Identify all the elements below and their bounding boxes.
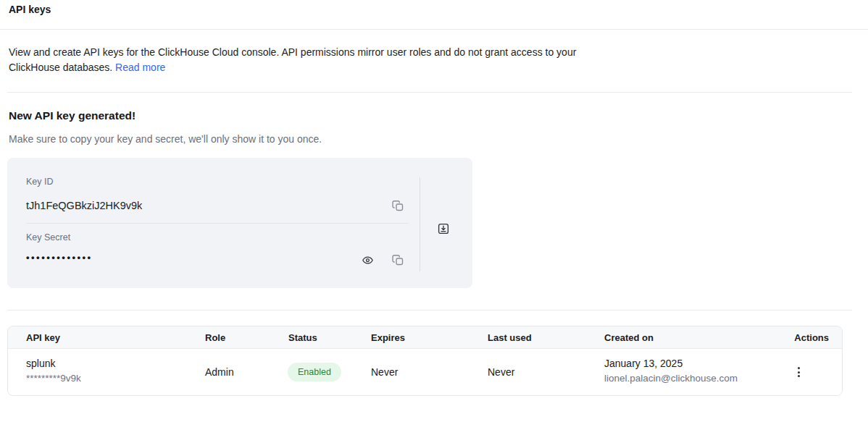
column-header-expires: Expires <box>371 332 405 343</box>
column-header-created-on: Created on <box>604 332 654 343</box>
copy-icon <box>392 200 404 212</box>
download-icon <box>437 222 450 235</box>
download-key-button[interactable] <box>435 221 451 237</box>
generated-key-panel: Key ID tJh1FeQGBkziJ2HK9v9k Key Secret •… <box>7 158 472 288</box>
eye-icon <box>362 254 374 266</box>
api-key-role: Admin <box>205 366 234 378</box>
api-key-created-by: lionel.palacin@clickhouse.com <box>604 373 738 384</box>
column-header-last-used: Last used <box>488 332 532 343</box>
column-header-status: Status <box>288 332 317 343</box>
read-more-link[interactable]: Read more <box>115 62 165 73</box>
api-key-last-used: Never <box>488 366 514 378</box>
column-header-actions: Actions <box>794 332 829 343</box>
key-id-label: Key ID <box>26 177 54 187</box>
key-secret-label: Key Secret <box>26 232 70 242</box>
new-key-banner-subtitle: Make sure to copy your key and secret, w… <box>9 133 322 145</box>
copy-icon <box>392 254 404 266</box>
api-keys-table: API key Role Status Expires Last used Cr… <box>7 326 843 396</box>
api-key-name: splunk <box>26 358 55 369</box>
api-key-expires: Never <box>371 366 398 378</box>
kebab-menu-icon <box>798 367 800 377</box>
copy-key-id-button[interactable] <box>390 198 406 214</box>
row-actions-button[interactable] <box>790 363 807 381</box>
key-id-value: tJh1FeQGBkziJ2HK9v9k <box>26 200 142 211</box>
key-secret-masked-value: ••••••••••••• <box>26 252 93 263</box>
api-keys-page: API keys View and create API keys for th… <box>0 0 868 422</box>
divider <box>7 92 852 93</box>
api-key-masked: *********9v9k <box>26 373 81 384</box>
column-header-api-key: API key <box>26 332 60 343</box>
column-header-role: Role <box>205 332 225 343</box>
page-title: API keys <box>9 4 51 15</box>
divider <box>420 177 420 271</box>
new-key-banner-title: New API key generated! <box>9 109 135 122</box>
table-header-row: API key Role Status Expires Last used Cr… <box>8 326 842 349</box>
divider <box>7 310 852 311</box>
status-badge: Enabled <box>288 363 341 381</box>
divider <box>26 223 409 224</box>
copy-key-secret-button[interactable] <box>390 252 406 268</box>
reveal-secret-button[interactable] <box>359 252 375 268</box>
api-keys-description: View and create API keys for the ClickHo… <box>9 45 601 75</box>
description-text: View and create API keys for the ClickHo… <box>9 46 576 73</box>
divider <box>0 29 868 30</box>
api-key-created-date: January 13, 2025 <box>604 358 683 369</box>
table-row[interactable]: splunk *********9v9k Admin Enabled Never… <box>8 349 842 395</box>
